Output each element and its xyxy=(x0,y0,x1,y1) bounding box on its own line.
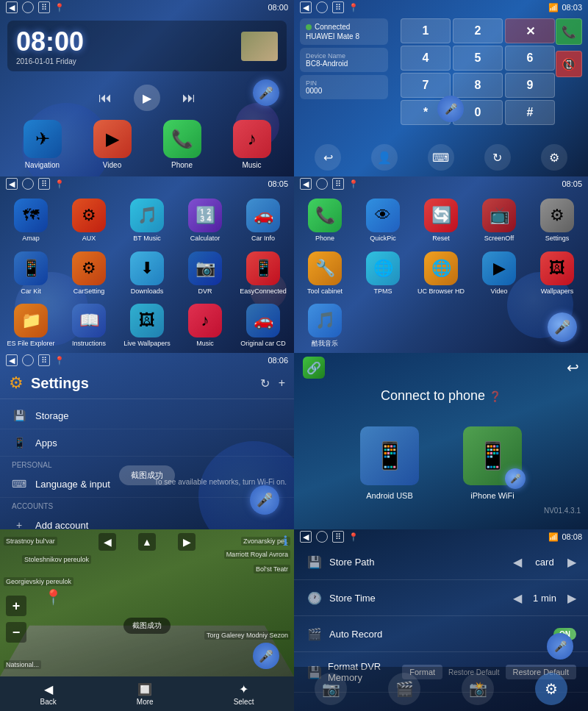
app-music[interactable]: ♪ Music xyxy=(224,120,279,169)
key-5[interactable]: 5 xyxy=(453,46,503,71)
storetime-arrow-left[interactable]: ◀ xyxy=(513,591,522,605)
delete-key[interactable]: ✕ xyxy=(505,18,555,43)
key-4[interactable]: 4 xyxy=(401,46,451,71)
iphone-wifi-option[interactable]: 📱 🎤 iPhone WiFi xyxy=(463,426,522,500)
app-instructions[interactable]: 📖 Instructions xyxy=(62,300,116,349)
refresh-icon[interactable]: ↻ xyxy=(260,376,270,390)
nav-back[interactable]: ◀ Back xyxy=(40,682,57,706)
app-carkit[interactable]: 📱 Car Kit xyxy=(4,248,58,297)
app-navigation[interactable]: ✈ Navigation xyxy=(15,120,70,169)
app-video-2[interactable]: ▶ Video xyxy=(472,248,526,297)
apps-btn-5[interactable]: ⠿ xyxy=(38,354,50,366)
back-btn-2[interactable]: ◀ xyxy=(300,1,312,13)
home-btn-2[interactable] xyxy=(316,1,328,13)
next-btn[interactable]: ⏭ xyxy=(182,90,196,106)
app-video[interactable]: ▶ Video xyxy=(85,120,140,169)
mic-btn-7[interactable]: 🎤 xyxy=(253,643,279,669)
app-reset[interactable]: 🔄 Reset xyxy=(414,195,468,244)
app-music-2[interactable]: ♪ Music xyxy=(178,300,232,349)
app-carinfo[interactable]: 🚗 Car Info xyxy=(236,195,290,244)
arrow-right[interactable]: ▶ xyxy=(178,533,196,551)
mic-btn-8[interactable]: 🎤 xyxy=(547,633,573,660)
mic-btn-4[interactable]: 🎤 xyxy=(548,312,577,342)
home-btn-8[interactable] xyxy=(316,531,328,543)
nav-select[interactable]: ✦ Select xyxy=(234,682,254,706)
apps-btn-1[interactable]: ⠿ xyxy=(38,1,50,13)
dvr-btn-1[interactable]: 📷 xyxy=(315,673,347,705)
app-calculator[interactable]: 🔢 Calculator xyxy=(178,195,232,244)
mic-btn-5[interactable]: 🎤 xyxy=(250,485,279,515)
dial-btn-refresh[interactable]: ↻ xyxy=(484,144,511,171)
key-9[interactable]: 9 xyxy=(505,73,555,98)
dial-btn-settings[interactable]: ⚙ xyxy=(541,144,567,171)
key-6[interactable]: 6 xyxy=(505,46,555,71)
app-btmusic[interactable]: 🎵 BT Music xyxy=(120,195,174,244)
app-settings[interactable]: ⚙ Settings xyxy=(530,195,584,244)
app-wallpapers[interactable]: 🖼 Wallpapers xyxy=(530,248,584,297)
home-btn-1[interactable] xyxy=(22,1,34,13)
call-button[interactable]: 📞 xyxy=(556,18,582,45)
settings-item-apps[interactable]: 📱 Apps xyxy=(0,429,294,457)
mic-btn-2[interactable]: 🎤 xyxy=(437,96,464,122)
arrow-left[interactable]: ◀ xyxy=(98,533,116,551)
app-livewallpapers[interactable]: 🖼 Live Wallpapers xyxy=(120,300,174,349)
back-btn-1[interactable]: ◀ xyxy=(6,1,18,13)
dial-btn-keypad[interactable]: ⌨ xyxy=(428,144,454,171)
apps-btn-3[interactable]: ⠿ xyxy=(38,178,50,190)
prev-btn[interactable]: ⏮ xyxy=(98,90,112,106)
storepath-arrow-right[interactable]: ▶ xyxy=(567,555,576,569)
home-btn-5[interactable] xyxy=(22,354,34,366)
android-usb-option[interactable]: 📱 Android USB xyxy=(360,426,419,500)
app-screenoff[interactable]: 📺 ScreenOff xyxy=(472,195,526,244)
app-originalcarcd[interactable]: 🚗 Original car CD xyxy=(236,300,290,349)
add-icon[interactable]: + xyxy=(279,376,285,390)
back-btn-3[interactable]: ◀ xyxy=(6,178,18,190)
settings-item-addaccount[interactable]: + Add account xyxy=(0,512,294,529)
app-ucbrowser[interactable]: 🌐 UC Browser HD xyxy=(414,248,468,297)
storepath-arrow-left[interactable]: ◀ xyxy=(513,555,522,569)
app-kuwomusic[interactable]: 🎵 酷我音乐 xyxy=(298,300,352,349)
zoom-plus[interactable]: + xyxy=(6,596,26,616)
zoom-minus[interactable]: − xyxy=(6,622,26,643)
apps-btn-8[interactable]: ⠿ xyxy=(332,531,344,543)
app-phone[interactable]: 📞 Phone xyxy=(154,120,209,169)
app-toolcabinet[interactable]: 🔧 Tool cabinet xyxy=(298,248,352,297)
app-quickpic[interactable]: 👁 QuickPic xyxy=(356,195,410,244)
key-2[interactable]: 2 xyxy=(453,18,503,43)
app-carsetting[interactable]: ⚙ CarSetting xyxy=(62,248,116,297)
map-info-icon[interactable]: ℹ xyxy=(283,533,288,549)
settings-item-storage[interactable]: 💾 Storage xyxy=(0,402,294,429)
back-btn-4[interactable]: ◀ xyxy=(300,178,312,190)
back-btn-8[interactable]: ◀ xyxy=(300,531,312,543)
map-view[interactable]: Strastnoy bul'var Stoleshnikov pereulok … xyxy=(0,529,294,676)
app-dvr[interactable]: 📷 DVR xyxy=(178,248,232,297)
back-btn-5[interactable]: ◀ xyxy=(6,354,18,366)
nav-more[interactable]: 🔲 More xyxy=(137,682,154,706)
arrow-up[interactable]: ▲ xyxy=(138,533,156,551)
connect-back-btn[interactable]: ↩ xyxy=(567,359,579,376)
play-btn[interactable]: ▶ xyxy=(134,85,160,111)
dvr-btn-2[interactable]: 🎬 xyxy=(388,673,420,705)
app-downloads[interactable]: ⬇ Downloads xyxy=(120,248,174,297)
app-amap[interactable]: 🗺 Amap xyxy=(4,195,58,244)
dial-btn-contacts[interactable]: 👤 xyxy=(371,144,398,171)
app-aux[interactable]: ⚙ AUX xyxy=(62,195,116,244)
end-call-button[interactable]: 📵 xyxy=(556,51,582,77)
home-btn-4[interactable] xyxy=(316,178,328,190)
home-btn-3[interactable] xyxy=(22,178,34,190)
apps-btn-4[interactable]: ⠿ xyxy=(332,178,344,190)
app-esfile[interactable]: 📁 ES File Explorer xyxy=(4,300,58,349)
dial-btn-back[interactable]: ↩ xyxy=(315,144,341,171)
key-8[interactable]: 8 xyxy=(453,73,503,98)
key-7[interactable]: 7 xyxy=(401,73,451,98)
mic-btn-1[interactable]: 🎤 xyxy=(253,79,279,106)
apps-btn-2[interactable]: ⠿ xyxy=(332,1,344,13)
storetime-arrow-right[interactable]: ▶ xyxy=(567,591,576,605)
app-easyconnected[interactable]: 📱 EasyConnected xyxy=(236,248,290,297)
option-mic[interactable]: 🎤 xyxy=(505,468,526,489)
app-tpms[interactable]: 🌐 TPMS xyxy=(356,248,410,297)
app-phone-2[interactable]: 📞 Phone xyxy=(298,195,352,244)
dvr-btn-4[interactable]: ⚙ xyxy=(535,673,567,705)
dvr-btn-3[interactable]: 📸 xyxy=(462,673,494,705)
key-hash[interactable]: # xyxy=(505,100,555,125)
